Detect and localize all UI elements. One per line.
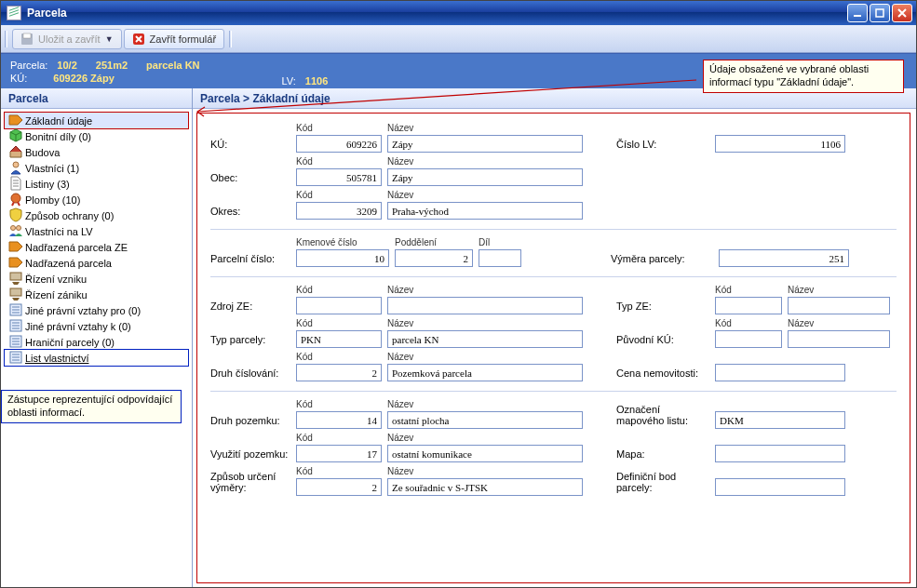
sublabel-kod: Kód — [296, 433, 382, 444]
sublabel-kod: Kód — [715, 318, 782, 329]
druh-poz-kod-field[interactable] — [296, 411, 382, 429]
obec-nazev-field[interactable] — [387, 168, 583, 186]
sublabel-kod: Kód — [715, 285, 782, 296]
label-puvodni-ku: Původní KÚ: — [616, 334, 709, 348]
label-typ-parcely: Typ parcely: — [210, 334, 290, 348]
sublabel-kod: Kód — [296, 399, 382, 410]
sidebar-item-hranicni[interactable]: Hraniční parcely (0) — [5, 334, 188, 350]
sidebar-item-nadrazena-parcela[interactable]: Nadřazená parcela — [5, 255, 188, 271]
ozn-map-field[interactable] — [715, 411, 845, 429]
toolbar-grip — [229, 31, 232, 47]
sidebar-item-label: Hraniční parcely (0) — [25, 335, 115, 350]
document-icon — [8, 176, 23, 191]
sidebar-item-vlastnici-lv[interactable]: Vlastníci na LV — [5, 223, 188, 239]
maximize-button[interactable] — [870, 4, 890, 22]
typ-ze-kod-field[interactable] — [715, 297, 782, 314]
ku-label: KÚ: — [10, 73, 27, 84]
vyuziti-kod-field[interactable] — [296, 445, 382, 462]
lv-field[interactable] — [715, 135, 845, 153]
sidebar-item-rizeni-vzniku[interactable]: Řízení vzniku — [5, 271, 188, 287]
sidebar-item-nadrazena-ze[interactable]: Nadřazená parcela ZE — [5, 239, 188, 255]
poddel-field[interactable] — [395, 249, 473, 267]
zpusob-kod-field[interactable] — [296, 478, 382, 496]
form-basic-data: KÚ: Kód Název Číslo LV: Obec: Kód Název — [196, 113, 910, 583]
sidebar-item-list-vlastnictvi[interactable]: List vlastnictví — [5, 350, 188, 366]
tag-icon — [8, 255, 23, 270]
mapa-field[interactable] — [715, 445, 845, 462]
label-cislo-lv: Číslo LV: — [616, 139, 709, 153]
sidebar-item-label: Bonitní díly (0) — [25, 129, 91, 144]
minimize-button[interactable] — [847, 4, 868, 22]
cena-field[interactable] — [715, 364, 845, 381]
def-bod-field[interactable] — [715, 478, 845, 496]
sublabel-nazev: Název — [387, 285, 583, 296]
sidebar-item-budova[interactable]: Budova — [5, 144, 188, 160]
parcela-type: parcela KN — [146, 60, 199, 71]
lv-label: LV: — [282, 75, 296, 87]
sublabel-kmenove: Kmenové číslo — [296, 237, 389, 248]
zdroj-ze-nazev-field[interactable] — [387, 297, 583, 314]
sidebar-item-listiny[interactable]: Listiny (3) — [5, 176, 188, 192]
obec-kod-field[interactable] — [296, 168, 382, 186]
sidebar-item-plomby[interactable]: Plomby (10) — [5, 192, 188, 207]
sidebar-item-vlastnici[interactable]: Vlastníci (1) — [5, 160, 188, 176]
sublabel-nazev: Název — [387, 433, 583, 444]
sidebar-item-zpusob-ochrany[interactable]: Způsob ochrany (0) — [5, 207, 188, 223]
label-vymera: Výměra parcely: — [611, 253, 713, 267]
sublabel-kod: Kód — [296, 123, 382, 134]
puvodni-ku-kod-field[interactable] — [715, 330, 782, 348]
okres-kod-field[interactable] — [296, 202, 382, 220]
dil-field[interactable] — [479, 249, 521, 267]
vyuziti-nazev-field[interactable] — [387, 445, 583, 462]
close-form-button[interactable]: Zavřít formulář — [124, 29, 225, 49]
close-window-button[interactable] — [892, 4, 912, 22]
okres-nazev-field[interactable] — [387, 202, 583, 220]
person-icon — [8, 160, 23, 175]
sublabel-nazev: Název — [387, 399, 583, 410]
svg-point-6 — [11, 226, 16, 231]
sidebar-item-label: Nadřazená parcela ZE — [25, 240, 128, 255]
typ-parc-kod-field[interactable] — [296, 330, 382, 348]
zdroj-ze-kod-field[interactable] — [296, 297, 382, 314]
sidebar-item-label: Vlastníci na LV — [25, 224, 93, 239]
label-obec: Obec: — [210, 172, 290, 186]
ku-nazev-field[interactable] — [387, 135, 583, 153]
ku-value: 609226 Zápy — [53, 73, 114, 84]
ku-kod-field[interactable] — [296, 135, 382, 153]
sidebar-item-rizeni-zaniku[interactable]: Řízení zániku — [5, 287, 188, 302]
label-def-bod: Definiční bod parcely: — [616, 471, 709, 496]
druh-poz-nazev-field[interactable] — [387, 411, 583, 429]
vymera-field[interactable] — [719, 249, 849, 267]
puvodni-ku-nazev-field[interactable] — [788, 330, 890, 348]
list-icon — [8, 350, 23, 365]
sidebar-item-zakladni-udaje[interactable]: Základní údaje — [5, 113, 188, 128]
breadcrumb: Parcela > Základní údaje — [193, 88, 916, 109]
svg-point-4 — [13, 162, 19, 167]
typ-ze-nazev-field[interactable] — [788, 297, 890, 314]
sidebar-item-jpv-pro[interactable]: Jiné právní vztahy pro (0) — [5, 302, 188, 318]
sublabel-nazev: Název — [788, 285, 890, 296]
sidebar-item-bonitni-dily[interactable]: Bonitní díly (0) — [5, 128, 188, 144]
druh-cisl-kod-field[interactable] — [296, 364, 382, 381]
process-icon — [8, 287, 23, 301]
sublabel-dil: Díl — [479, 237, 521, 248]
sublabel-kod: Kód — [296, 285, 382, 296]
window-title: Parcela — [27, 7, 67, 20]
window-titlebar: Parcela — [1, 1, 916, 25]
label-cena: Cena nemovitosti: — [616, 368, 709, 381]
sublabel-nazev: Název — [387, 156, 583, 167]
save-close-button[interactable]: Uložit a zavřít ▼ — [12, 29, 122, 49]
zpusob-nazev-field[interactable] — [387, 478, 583, 496]
druh-cisl-nazev-field[interactable] — [387, 364, 583, 381]
label-druh-cisl: Druh číslování: — [210, 368, 290, 381]
nav-tree: Základní údaje Bonitní díly (0) Budova V… — [1, 109, 192, 369]
kmenove-field[interactable] — [296, 249, 389, 267]
save-icon — [20, 33, 34, 46]
sidebar-item-jpv-k[interactable]: Jiné právní vztahy k (0) — [5, 318, 188, 334]
typ-parc-nazev-field[interactable] — [387, 330, 583, 348]
sublabel-nazev: Název — [387, 123, 583, 134]
sidebar-item-label: Listiny (3) — [25, 177, 70, 192]
sidebar-item-label: Způsob ochrany (0) — [25, 208, 114, 223]
process-icon — [8, 271, 23, 286]
sublabel-kod: Kód — [296, 190, 382, 201]
